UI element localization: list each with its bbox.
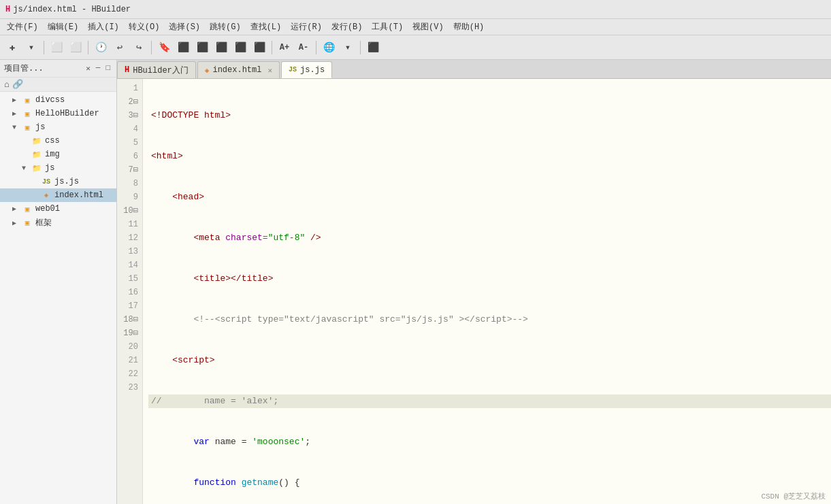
code-line-3: <head> xyxy=(148,190,831,204)
font-increase[interactable]: A+ xyxy=(276,39,293,56)
bookmark-next[interactable]: ⬛ xyxy=(194,39,210,56)
code-line-4: <meta charset="utf-8" /> xyxy=(148,231,831,245)
sep1 xyxy=(44,41,44,54)
menu-file[interactable]: 文件(F) xyxy=(3,20,42,34)
tab-label-hbuilder: HBuilder入门 xyxy=(133,65,189,76)
new-button[interactable]: ✚ xyxy=(4,39,20,56)
linenum-23: 23 xyxy=(117,381,142,394)
tree-item-css[interactable]: 📁 css xyxy=(0,134,116,148)
code-line-8: // name = 'alex'; xyxy=(148,394,831,408)
folder-icon-divcss: ▣ xyxy=(22,95,33,105)
menu-edit[interactable]: 编辑(E) xyxy=(44,20,83,34)
label-jsjs: js.js xyxy=(54,177,79,186)
tree-item-divcss[interactable]: ▶ ▣ divcss xyxy=(0,93,116,107)
watermark: CSDN @芝芝又荔枝 xyxy=(761,491,826,501)
label-js: js xyxy=(35,122,45,132)
linenum-9: 9 xyxy=(117,190,142,204)
arrow-hellohbuilder: ▶ xyxy=(12,110,22,118)
toolbar-btn7[interactable]: ⬛ xyxy=(251,39,267,56)
sidebar-maximize-btn[interactable]: □ xyxy=(103,63,112,73)
tree-item-img[interactable]: 📁 img xyxy=(0,148,116,161)
toolbar: ✚ ▾ ⬜ ⬜ 🕐 ↩ ↪ 🔖 ⬛ ⬛ ⬛ ⬛ ⬛ A+ A- 🌐 ▾ ⬛ xyxy=(0,35,831,60)
menu-select[interactable]: 选择(S) xyxy=(165,20,204,34)
sidebar-link-btn[interactable]: 🔗 xyxy=(12,79,23,90)
linenum-18: 18⊟ xyxy=(117,313,142,326)
title-bar: H js/index.html - HBuilder xyxy=(0,0,831,19)
sidebar-close-btn[interactable]: ✕ xyxy=(84,63,93,73)
bookmark-button[interactable]: 🔖 xyxy=(156,39,172,56)
file-icon-index-html: ◈ xyxy=(41,190,52,201)
code-line-5: <title></title> xyxy=(148,272,831,286)
sep4 xyxy=(272,41,272,54)
folder-icon-web01: ▣ xyxy=(22,203,33,214)
folder-icon-img: 📁 xyxy=(31,149,42,160)
undo-button[interactable]: ↩ xyxy=(112,39,128,56)
folder-icon-kuangjia: ▣ xyxy=(22,218,33,229)
tree-item-hellohbuilder[interactable]: ▶ ▣ HelloHBuilder xyxy=(0,107,116,120)
linenum-10: 10⊟ xyxy=(117,204,142,218)
sidebar-minimize-btn[interactable]: ─ xyxy=(94,63,103,73)
linenum-14: 14 xyxy=(117,258,142,272)
sep3 xyxy=(151,41,152,54)
menu-view[interactable]: 视图(V) xyxy=(408,20,448,34)
menu-bar: 文件(F) 编辑(E) 插入(I) 转义(O) 选择(S) 跳转(G) 查找(L… xyxy=(0,19,831,35)
menu-find[interactable]: 查找(L) xyxy=(246,20,286,34)
menu-run[interactable]: 运行(R) xyxy=(287,20,326,34)
history-button[interactable]: 🕐 xyxy=(93,39,109,56)
tab-index-html[interactable]: ◈ index.html ✕ xyxy=(197,61,280,78)
arrow-kuangjia: ▶ xyxy=(12,219,22,227)
arrow-web01: ▶ xyxy=(12,205,22,213)
menu-publish[interactable]: 发行(B) xyxy=(327,20,367,34)
menu-jump[interactable]: 跳转(G) xyxy=(206,20,245,34)
tab-label-jsjs: js.js xyxy=(300,65,325,75)
menu-help[interactable]: 帮助(H) xyxy=(449,20,489,34)
code-line-10: function getname() { xyxy=(148,476,831,490)
sidebar: 项目管... ✕ ─ □ ⌂ 🔗 ▶ ▣ divcss ▶ ▣ HelloHBu… xyxy=(0,60,117,504)
code-content[interactable]: <!DOCTYPE html> <html> <head> <meta char… xyxy=(143,79,831,504)
tree-item-index-html[interactable]: ◈ index.html xyxy=(0,188,116,202)
save-button[interactable]: ⬜ xyxy=(48,39,65,56)
save-all-button[interactable]: ⬜ xyxy=(67,39,84,56)
arrow-js-sub: ▼ xyxy=(22,165,31,172)
menu-escape[interactable]: 转义(O) xyxy=(125,20,164,34)
tab-bar: H HBuilder入门 ◈ index.html ✕ JS js.js xyxy=(117,60,831,79)
tab-hbuilder[interactable]: H HBuilder入门 xyxy=(117,61,196,78)
tree-item-js-sub[interactable]: ▼ 📁 js xyxy=(0,161,116,175)
toolbar-btn5[interactable]: ⬛ xyxy=(213,39,229,56)
code-line-9: var name = 'mooonsec'; xyxy=(148,435,831,449)
folder-icon-hellohbuilder: ▣ xyxy=(22,108,33,119)
browser-dropdown[interactable]: ▾ xyxy=(340,39,356,56)
tab-close-index-html[interactable]: ✕ xyxy=(267,66,272,75)
bookmark-prev[interactable]: ⬛ xyxy=(175,39,191,56)
folder-icon-css: 📁 xyxy=(31,135,42,146)
tree-item-web01[interactable]: ▶ ▣ web01 xyxy=(0,202,116,216)
linenum-5: 5 xyxy=(117,136,142,150)
code-editor[interactable]: 1 2⊟ 3⊟ 4 5 6 7⊟ 8 9 10⊟ 11 12 13 14 15 … xyxy=(117,79,831,504)
linenum-21: 21 xyxy=(117,354,142,367)
main-layout: 项目管... ✕ ─ □ ⌂ 🔗 ▶ ▣ divcss ▶ ▣ HelloHBu… xyxy=(0,60,831,504)
toolbar-btn6[interactable]: ⬛ xyxy=(232,39,248,56)
folder-icon-js: ▣ xyxy=(22,122,33,133)
preview-btn[interactable]: ⬛ xyxy=(365,39,381,56)
tab-icon-hbuilder: H xyxy=(125,65,129,75)
sidebar-home-btn[interactable]: ⌂ xyxy=(4,80,10,90)
code-line-6: <!--<script type="text/javascript" src="… xyxy=(148,313,831,326)
new-dropdown[interactable]: ▾ xyxy=(23,39,39,56)
label-img: img xyxy=(45,150,60,159)
browser-btn[interactable]: 🌐 xyxy=(321,39,337,56)
label-css: css xyxy=(45,136,60,146)
tab-jsjs[interactable]: JS js.js xyxy=(281,61,332,78)
tab-icon-index-html: ◈ xyxy=(205,66,210,75)
font-decrease[interactable]: A- xyxy=(295,39,312,56)
label-index-html: index.html xyxy=(54,190,103,200)
sep2 xyxy=(88,41,88,54)
redo-button[interactable]: ↪ xyxy=(131,39,147,56)
linenum-11: 11 xyxy=(117,218,142,231)
tree-item-jsjs[interactable]: JS js.js xyxy=(0,175,116,188)
linenum-12: 12 xyxy=(117,231,142,245)
tree-item-kuangjia[interactable]: ▶ ▣ 框架 xyxy=(0,216,116,230)
tree-item-js[interactable]: ▼ ▣ js xyxy=(0,120,116,134)
linenum-19: 19⊟ xyxy=(117,326,142,340)
menu-insert[interactable]: 插入(I) xyxy=(84,20,123,34)
menu-tools[interactable]: 工具(T) xyxy=(368,20,407,34)
